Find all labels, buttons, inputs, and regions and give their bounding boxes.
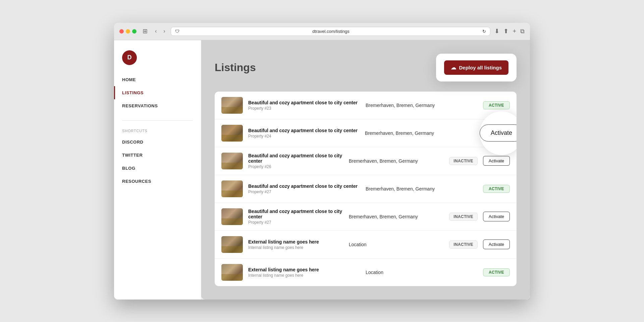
- listing-info: Beautiful and cozy apartment close to ci…: [248, 153, 343, 169]
- table-row: External listing name goes here Internal…: [215, 259, 517, 286]
- app-container: D HOME LISTINGS RESERVATIONS SHORTCUTS D…: [114, 40, 530, 300]
- new-tab-icon[interactable]: +: [513, 28, 516, 35]
- sidebar-item-discord[interactable]: DISCORD: [114, 136, 201, 149]
- listing-name: External listing name goes here: [248, 267, 360, 272]
- main-nav: HOME LISTINGS RESERVATIONS: [114, 73, 201, 118]
- listing-name: Beautiful and cozy apartment close to ci…: [248, 183, 360, 189]
- page-title: Listings: [215, 61, 256, 74]
- sidebar-toggle-button[interactable]: ⊞: [141, 27, 150, 36]
- listing-thumbnail: [221, 236, 243, 253]
- status-badge: INACTIVE: [449, 157, 477, 165]
- url-text: dtravel.com/listings: [182, 29, 480, 34]
- listing-info: Beautiful and cozy apartment close to ci…: [248, 128, 360, 139]
- listing-location: Bremerhaven, Bremen, Germany: [365, 130, 476, 136]
- listing-thumbnail: [221, 180, 243, 197]
- nav-divider: [122, 120, 193, 121]
- browser-actions: ⬇ ⬆ + ⧉: [494, 28, 525, 35]
- deploy-popup: ☁ Deploy all listings: [436, 54, 517, 82]
- address-bar[interactable]: 🛡 dtravel.com/listings ↻: [171, 27, 491, 36]
- tabs-icon[interactable]: ⧉: [520, 28, 525, 35]
- table-row: Beautiful and cozy apartment close to ci…: [215, 92, 517, 119]
- shield-icon: 🛡: [175, 29, 179, 34]
- listing-property: Property #26: [248, 164, 343, 169]
- listing-thumbnail: [221, 125, 243, 142]
- back-button[interactable]: ‹: [154, 28, 158, 35]
- listing-property: Internal listing name goes here: [248, 245, 343, 250]
- listing-property: Property #23: [248, 106, 360, 111]
- sidebar: D HOME LISTINGS RESERVATIONS SHORTCUTS D…: [114, 40, 201, 300]
- table-row: Beautiful and cozy apartment close to ci…: [215, 147, 517, 175]
- sidebar-item-blog[interactable]: BLOG: [114, 162, 201, 175]
- table-row: Beautiful and cozy apartment close to ci…: [215, 175, 517, 203]
- listing-thumbnail: [221, 208, 243, 225]
- deploy-all-button[interactable]: ☁ Deploy all listings: [444, 60, 508, 75]
- page-header: Listings ☁ Deploy all listings: [215, 54, 517, 82]
- browser-toolbar: ⊞ ‹ › 🛡 dtravel.com/listings ↻ ⬇ ⬆ + ⧉: [114, 23, 530, 40]
- listing-name: External listing name goes here: [248, 239, 343, 245]
- activate-button[interactable]: Activate: [483, 156, 510, 166]
- listing-info: Beautiful and cozy apartment close to ci…: [248, 209, 343, 225]
- shortcuts-nav: DISCORD TWITTER BLOG RESOURCES: [114, 136, 201, 193]
- listing-property: Internal listing name goes here: [248, 273, 360, 278]
- shortcuts-label: SHORTCUTS: [114, 126, 201, 136]
- activate-button[interactable]: Activate: [483, 239, 510, 249]
- listing-info: Beautiful and cozy apartment close to ci…: [248, 100, 360, 111]
- status-badge: ACTIVE: [483, 101, 510, 109]
- listing-info: Beautiful and cozy apartment close to ci…: [248, 183, 360, 194]
- status-badge: INACTIVE: [449, 240, 477, 249]
- sidebar-item-twitter[interactable]: TWITTER: [114, 149, 201, 162]
- maximize-button[interactable]: [132, 29, 137, 34]
- logo: D: [122, 50, 137, 65]
- listing-location: Location: [366, 270, 478, 275]
- reload-icon[interactable]: ↻: [482, 29, 486, 34]
- browser-window: ⊞ ‹ › 🛡 dtravel.com/listings ↻ ⬇ ⬆ + ⧉ D…: [114, 23, 530, 300]
- main-content: Listings ☁ Deploy all listings: [201, 40, 530, 300]
- listing-property: Property #27: [248, 220, 343, 225]
- listing-location: Bremerhaven, Bremen, Germany: [366, 103, 478, 108]
- listing-thumbnail: [221, 97, 243, 114]
- sidebar-item-home[interactable]: HOME: [114, 73, 201, 86]
- sidebar-item-resources[interactable]: RESOURCES: [114, 175, 201, 188]
- forward-button[interactable]: ›: [162, 28, 166, 35]
- close-button[interactable]: [119, 29, 124, 34]
- listing-info: External listing name goes here Internal…: [248, 267, 360, 278]
- activate-large-button[interactable]: Activate: [480, 124, 517, 142]
- status-badge: ACTIVE: [483, 185, 510, 193]
- status-badge: ACTIVE: [483, 268, 510, 276]
- cloud-upload-icon: ☁: [451, 64, 456, 71]
- listing-name: Beautiful and cozy apartment close to ci…: [248, 128, 360, 133]
- listing-location: Bremerhaven, Bremen, Germany: [349, 214, 444, 219]
- minimize-button[interactable]: [126, 29, 130, 34]
- listing-name: Beautiful and cozy apartment close to ci…: [248, 153, 343, 164]
- sidebar-item-reservations[interactable]: RESERVATIONS: [114, 99, 201, 112]
- listing-property: Property #27: [248, 190, 360, 194]
- table-row: Beautiful and cozy apartment close to ci…: [215, 203, 517, 231]
- sidebar-item-listings[interactable]: LISTINGS: [114, 86, 201, 99]
- table-row: Beautiful and cozy apartment close to ci…: [215, 119, 517, 147]
- listing-property: Property #24: [248, 134, 360, 139]
- listing-thumbnail: [221, 264, 243, 281]
- table-row: External listing name goes here Internal…: [215, 231, 517, 259]
- listing-name: Beautiful and cozy apartment close to ci…: [248, 209, 343, 219]
- listing-info: External listing name goes here Internal…: [248, 239, 343, 250]
- logo-area: D: [114, 47, 201, 73]
- listing-name: Beautiful and cozy apartment close to ci…: [248, 100, 360, 105]
- listing-location: Location: [349, 242, 444, 247]
- listing-location: Bremerhaven, Bremen, Germany: [349, 158, 444, 164]
- listings-table: Beautiful and cozy apartment close to ci…: [215, 92, 517, 286]
- share-icon[interactable]: ⬆: [503, 28, 508, 35]
- header-right: ☁ Deploy all listings: [436, 54, 517, 82]
- activate-button[interactable]: Activate: [483, 212, 510, 221]
- status-badge: INACTIVE: [449, 213, 477, 221]
- listing-location: Bremerhaven, Bremen, Germany: [366, 186, 478, 192]
- traffic-lights: [119, 29, 137, 34]
- download-icon[interactable]: ⬇: [494, 28, 499, 35]
- listing-thumbnail: [221, 153, 243, 169]
